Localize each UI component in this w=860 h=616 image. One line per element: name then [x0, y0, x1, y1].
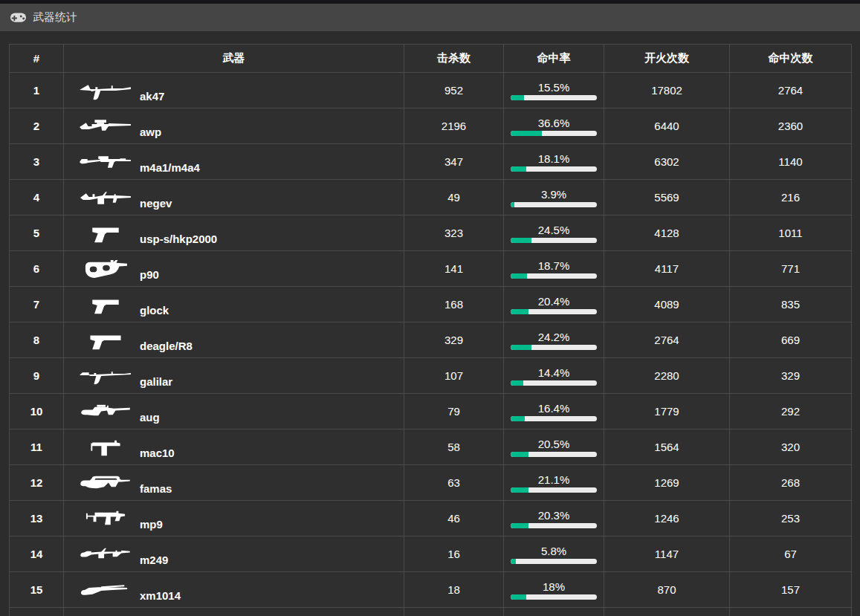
shots-cell: 4128	[604, 215, 730, 251]
weapon-name: m4a1/m4a4	[140, 161, 200, 174]
mac10-smg-icon	[71, 437, 140, 458]
weapon-cell: usp-s/hkp2000	[64, 215, 404, 251]
content-area: # 武器 击杀数 命中率 开火次数 命中次数 1 ak47 952 15.5%	[0, 31, 860, 616]
table-row: 1 ak47 952 15.5% 17802 2764	[10, 73, 852, 108]
hits-cell	[730, 608, 852, 616]
col-header-weapon: 武器	[64, 45, 404, 73]
accuracy-progress-fill	[511, 523, 528, 528]
accuracy-progress-fill	[511, 345, 531, 350]
accuracy-label: 18%	[511, 580, 597, 593]
accuracy-cell: 18.7%	[504, 251, 604, 287]
hits-cell: 157	[730, 572, 852, 608]
accuracy-progress-fill	[511, 166, 526, 172]
accuracy-label: 18.7%	[511, 259, 597, 272]
shots-cell: 17802	[604, 73, 730, 108]
table-row: 11 mac10 58 20.5% 1564 320	[10, 429, 852, 465]
table-row: 14 m249 16 5.8% 1147 67	[10, 536, 852, 572]
accuracy-label: 36.6%	[511, 117, 597, 129]
shots-cell: 1246	[604, 501, 730, 536]
shots-cell: 1269	[604, 465, 730, 501]
weapon-name: awp	[140, 126, 161, 138]
accuracy-progress-fill	[511, 273, 527, 279]
table-row: 4 negev 49 3.9% 5569 216	[10, 180, 852, 215]
mp9-smg-icon	[71, 508, 140, 529]
rank-cell: 7	[10, 287, 64, 322]
accuracy-label: 20.3%	[511, 509, 597, 522]
accuracy-progress-fill	[511, 594, 526, 600]
shots-cell: 1564	[604, 429, 730, 465]
rank-cell: 14	[10, 536, 64, 572]
accuracy-label: 20.5%	[511, 438, 597, 450]
table-row: 9 galilar 107 14.4% 2280 329	[10, 358, 852, 394]
shots-cell: 4089	[604, 287, 730, 322]
accuracy-progress-bar	[511, 416, 597, 421]
accuracy-label: 18.1%	[511, 152, 597, 165]
kills-cell: 323	[404, 215, 504, 251]
table-row: 6 p90 141 18.7% 4117 771	[10, 251, 852, 287]
accuracy-progress-fill	[511, 95, 524, 100]
weapon-cell: negev	[64, 180, 404, 215]
kills-cell: 46	[404, 501, 504, 536]
hits-cell: 669	[730, 322, 852, 358]
weapon-cell: ak47	[64, 73, 404, 108]
shots-cell: 1147	[604, 536, 730, 572]
weapon-name: famas	[140, 482, 172, 495]
accuracy-progress-fill	[511, 202, 514, 207]
kills-cell: 18	[404, 572, 504, 608]
accuracy-progress-bar	[511, 559, 597, 564]
accuracy-progress-bar	[511, 452, 597, 457]
shots-cell: 6440	[604, 108, 730, 144]
hits-cell: 2360	[730, 108, 852, 144]
weapon-cell	[64, 608, 404, 616]
accuracy-progress-bar	[511, 202, 597, 207]
table-row: 7 glock 168 20.4% 4089 835	[10, 287, 852, 322]
accuracy-progress-bar	[511, 380, 597, 386]
shots-cell: 870	[604, 572, 730, 608]
accuracy-cell: 14.4%	[504, 358, 604, 394]
rank-cell: 1	[10, 73, 64, 108]
accuracy-progress-bar	[511, 309, 597, 314]
accuracy-progress-fill	[511, 452, 528, 457]
accuracy-label: 24.5%	[511, 224, 597, 236]
weapon-cell: m249	[64, 536, 404, 572]
col-header-hits: 命中次数	[730, 45, 852, 73]
accuracy-label: 15.5%	[511, 81, 597, 94]
p90-icon	[71, 258, 140, 279]
table-header-row: # 武器 击杀数 命中率 开火次数 命中次数	[10, 45, 852, 73]
table-row: 3 m4a1/m4a4 347 18.1% 6302 1140	[10, 144, 852, 180]
accuracy-cell: 15.5%	[504, 73, 604, 108]
accuracy-cell: 5.8%	[504, 536, 604, 572]
rank-cell	[10, 608, 64, 616]
accuracy-progress-fill	[511, 487, 528, 493]
rank-cell: 4	[10, 180, 64, 215]
accuracy-progress-bar	[511, 166, 597, 172]
col-header-kills: 击杀数	[404, 45, 504, 73]
accuracy-progress-fill	[511, 416, 525, 421]
col-header-shots: 开火次数	[604, 45, 730, 73]
hits-cell: 292	[730, 394, 852, 429]
accuracy-cell: 24.5%	[504, 215, 604, 251]
weapon-name: mac10	[140, 447, 175, 459]
deagle-pistol-icon	[71, 330, 140, 351]
weapon-name: deagle/R8	[140, 340, 193, 352]
accuracy-cell: 20.3%	[504, 501, 604, 536]
rank-cell: 5	[10, 215, 64, 251]
table-row: 10 aug 79 16.4% 1779 292	[10, 394, 852, 429]
weapon-cell: mp9	[64, 501, 404, 536]
hits-cell: 1011	[730, 215, 852, 251]
weapon-cell: awp	[64, 108, 404, 144]
aug-rifle-icon	[71, 401, 140, 421]
rank-cell: 9	[10, 358, 64, 394]
hits-cell: 2764	[730, 73, 852, 108]
accuracy-cell: 18.1%	[504, 144, 604, 180]
kills-cell: 63	[404, 465, 504, 501]
hits-cell: 771	[730, 251, 852, 287]
rank-cell: 13	[10, 501, 64, 536]
accuracy-cell: 36.6%	[504, 108, 604, 144]
shots-cell: 4117	[604, 251, 730, 287]
kills-cell: 107	[404, 358, 504, 394]
accuracy-progress-bar	[511, 131, 597, 136]
table-row: 2 awp 2196 36.6% 6440 2360	[10, 108, 852, 144]
accuracy-progress-bar	[511, 487, 597, 493]
accuracy-cell: 16.4%	[504, 394, 604, 429]
